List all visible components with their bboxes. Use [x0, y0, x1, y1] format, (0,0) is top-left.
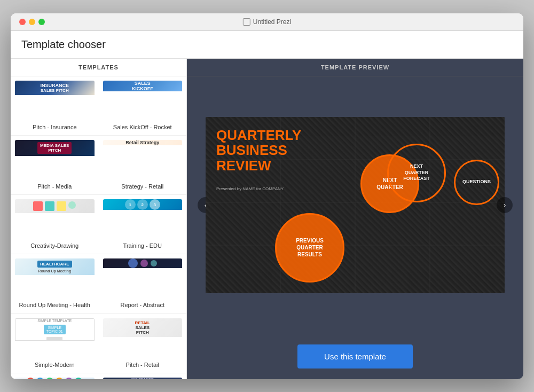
template-thumb-creativity	[15, 199, 95, 239]
template-item-executive[interactable]: INSURANCE Executive Brief - Insurance	[99, 373, 187, 379]
template-label: Pitch - Media	[15, 183, 95, 190]
template-item-sales-kickoff[interactable]: SALESKICKOFF Sales KickOff - Rocket	[99, 76, 187, 136]
preview-footer: Use this template	[287, 334, 423, 379]
template-thumb-report	[103, 258, 183, 299]
prezi-icon	[243, 18, 250, 26]
template-item-around-topic[interactable]: Around a Topic	[11, 373, 99, 379]
thumb-pitch-retail-bg: RETAIL SALES PITCH	[103, 318, 183, 337]
template-thumb-around-topic	[15, 378, 95, 379]
template-thumb-training: 1 2 3	[103, 199, 183, 239]
template-label: Pitch - Retail	[103, 361, 183, 369]
title-bar: Untitled Prezi	[11, 13, 523, 31]
main-content: TEMPLATES INSURANCE SALES PITCH Pitch - …	[11, 59, 523, 379]
use-template-button[interactable]: Use this template	[297, 344, 413, 369]
template-label: Creativity-Drawing	[15, 242, 95, 249]
template-item-pitch-insurance[interactable]: INSURANCE SALES PITCH Pitch - Insurance	[11, 76, 99, 136]
circle-previous-quarter: PREVIOUSQUARTERRESULTS	[275, 213, 344, 283]
window-title-area: Untitled Prezi	[243, 18, 291, 26]
thumb-creativity-bg	[15, 199, 95, 213]
template-label: Strategy - Retail	[103, 183, 183, 190]
templates-grid: INSURANCE SALES PITCH Pitch - Insurance …	[11, 76, 186, 379]
template-thumb-health: HEALTHCARE Round Up Meeting	[15, 258, 95, 299]
template-thumb-simple: SIMPLE TEMPLATE SIMPLETOPIC 01	[15, 318, 95, 358]
template-thumb-pitch-media: MEDIA SALESPITCH	[15, 140, 95, 180]
thumb-sales-rocket-bg: SALESKICKOFF	[103, 81, 183, 91]
app-window: Untitled Prezi Template chooser TEMPLATE…	[11, 13, 523, 379]
template-label: Round Up Meeting - Health	[15, 301, 95, 309]
templates-header: TEMPLATES	[11, 59, 186, 76]
circle-next-forecast: NEXTQUARTERFORECAST	[387, 144, 446, 202]
preview-main: ‹	[187, 76, 523, 334]
thumb-retail-strategy-bg: Retail Strategy	[103, 140, 183, 145]
template-label: Report - Abstract	[103, 301, 183, 309]
template-label: Sales KickOff - Rocket	[103, 123, 183, 131]
thumb-media-bg: MEDIA SALESPITCH	[15, 140, 95, 156]
template-item-health[interactable]: HEALTHCARE Round Up Meeting Round Up Mee…	[11, 254, 99, 313]
preview-panel: TEMPLATE PREVIEW ‹	[187, 59, 523, 379]
thumb-report-bg	[103, 258, 183, 268]
template-item-simple[interactable]: SIMPLE TEMPLATE SIMPLETOPIC 01 Simple-Mo…	[11, 314, 99, 373]
template-item-pitch-media[interactable]: MEDIA SALESPITCH Pitch - Media	[11, 136, 99, 195]
app-title: Template chooser	[21, 38, 513, 51]
window-title: Untitled Prezi	[253, 18, 291, 26]
template-item-report[interactable]: Report - Abstract	[99, 254, 187, 313]
template-label: Pitch - Insurance	[15, 123, 95, 131]
template-item-strategy-retail[interactable]: Retail Strategy Strategy - Retail	[99, 136, 187, 195]
thumb-simple-bg: SIMPLE TEMPLATE SIMPLETOPIC 01	[15, 318, 95, 341]
template-thumb-executive: INSURANCE	[103, 378, 183, 379]
preview-title: QUARTERLY BUSINESS REVIEW	[216, 128, 301, 174]
thumb-training-bg: 1 2 3	[103, 199, 183, 210]
template-label: Training - EDU	[103, 242, 183, 249]
preview-subtitle: Presented by NAME for COMPANY	[216, 186, 284, 191]
close-button[interactable]	[19, 19, 26, 25]
maximize-button[interactable]	[38, 19, 45, 25]
thumb-around-topic-bg	[15, 378, 95, 379]
qbr-background: QUARTERLY BUSINESS REVIEW Presented by N…	[206, 117, 505, 293]
preview-image: QUARTERLY BUSINESS REVIEW Presented by N…	[206, 117, 505, 293]
thumb-executive-bg: INSURANCE	[103, 378, 183, 379]
template-item-training[interactable]: 1 2 3 Training - EDU	[99, 195, 187, 254]
template-thumb-sales-kickoff: SALESKICKOFF	[103, 81, 183, 121]
preview-nav-right[interactable]: ›	[497, 197, 513, 213]
traffic-lights	[19, 19, 45, 25]
template-thumb-pitch-insurance: INSURANCE SALES PITCH	[15, 81, 95, 121]
template-label: Simple-Modern	[15, 361, 95, 369]
template-thumb-strategy-retail: Retail Strategy	[103, 140, 183, 180]
template-item-creativity[interactable]: Creativity-Drawing	[11, 195, 99, 254]
thumb-health-bg: HEALTHCARE Round Up Meeting	[15, 258, 95, 275]
preview-panel-header: TEMPLATE PREVIEW	[187, 59, 523, 76]
circle-questions: QUESTIONS	[454, 160, 499, 205]
minimize-button[interactable]	[29, 19, 35, 25]
templates-panel: TEMPLATES INSURANCE SALES PITCH Pitch - …	[11, 59, 187, 379]
app-header: Template chooser	[11, 31, 523, 59]
template-item-pitch-retail[interactable]: RETAIL SALES PITCH Pitch - Retail	[99, 314, 187, 373]
thumb-insurance-bg: INSURANCE SALES PITCH	[15, 81, 95, 95]
chevron-right-icon: ›	[504, 201, 506, 209]
template-thumb-pitch-retail: RETAIL SALES PITCH	[103, 318, 183, 358]
